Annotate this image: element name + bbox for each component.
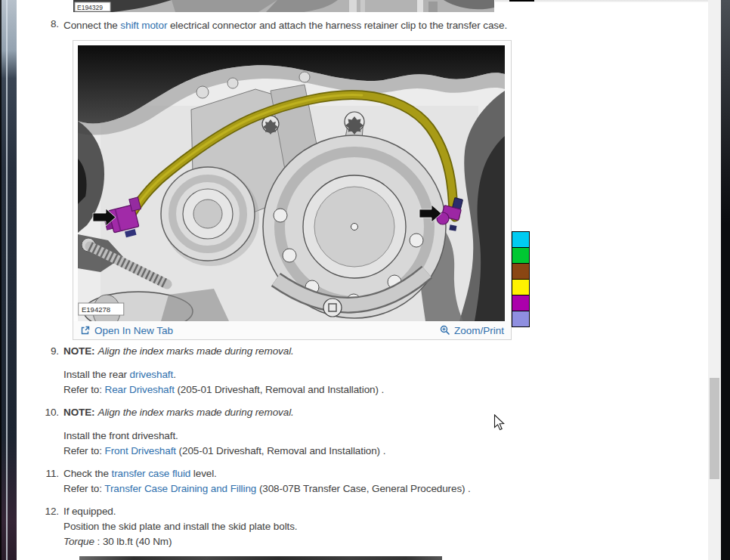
step-10: 10. NOTE:Align the index marks made duri…: [30, 405, 385, 459]
note-label: NOTE:: [63, 345, 95, 357]
color-swatch-lavender[interactable]: [512, 311, 530, 327]
step-number: 12.: [30, 504, 59, 519]
torque-label: Torque: [63, 536, 97, 547]
zoom-print-label: Zoom/Print: [454, 325, 504, 336]
step-number: 11.: [30, 466, 59, 481]
step-text: Connect the shift motor electrical conne…: [63, 18, 507, 33]
previous-swatch-bottom-edge: [509, 0, 534, 2]
refer-line: Refer to: Front Driveshaft (205-01 Drive…: [30, 444, 385, 459]
text-run: Check the: [63, 468, 112, 479]
note-line: 10. NOTE:Align the index marks made duri…: [30, 405, 385, 420]
left-edge-highlight-line: [6, 0, 8, 560]
mouse-cursor: [493, 414, 506, 435]
transfer-case-draining-link[interactable]: Transfer Case Draining and Filling: [104, 483, 256, 494]
step-8: 8. Connect the shift motor electrical co…: [30, 18, 507, 33]
open-in-new-tab-icon: [80, 325, 91, 336]
instruction-line: 11. Check the transfer case fluid level.: [30, 466, 471, 481]
highlight-color-palette: [512, 232, 528, 327]
step-number: 9.: [30, 344, 59, 359]
text-run: Install the rear: [63, 369, 130, 380]
note-text: Align the index marks made during remova…: [98, 407, 294, 418]
front-driveshaft-link[interactable]: Front Driveshaft: [105, 445, 176, 456]
step-number: 10.: [30, 405, 59, 420]
figure-toolbar: Open In New Tab Zoom/Print: [73, 321, 511, 339]
vertical-scrollbar-thumb[interactable]: [710, 378, 719, 479]
color-swatch-yellow[interactable]: [512, 279, 530, 295]
text-run: Refer to:: [63, 445, 105, 456]
color-swatch-cyan[interactable]: [512, 231, 530, 248]
instruction-line: 12. If equipped.: [30, 504, 298, 519]
step-11: 11. Check the transfer case fluid level.…: [30, 466, 471, 497]
text-run: level.: [190, 468, 217, 479]
color-swatch-green[interactable]: [512, 247, 530, 264]
transfer-case-illustration: E194278: [78, 45, 505, 321]
text-run: Refer to:: [63, 384, 105, 395]
previous-step-figure-partial: E194329: [73, 0, 494, 12]
open-in-new-tab-label: Open In New Tab: [94, 325, 173, 336]
text-run: (308-07B Transfer Case, General Procedur…: [256, 483, 471, 494]
color-swatch-brown[interactable]: [512, 263, 530, 280]
figure-label: E194278: [82, 305, 110, 314]
step-text-run: electrical connector and attach the harn…: [167, 20, 507, 31]
instruction-line: Install the rear driveshaft.: [30, 367, 384, 382]
step-12: 12. If equipped. Position the skid plate…: [30, 504, 298, 549]
text-run: Refer to:: [63, 483, 104, 494]
text-run: (205-01 Driveshaft, Removal and Installa…: [176, 445, 385, 456]
instruction-line: Install the front driveshaft.: [30, 429, 385, 444]
note-label: NOTE:: [63, 407, 95, 418]
refer-line: Refer to: Rear Driveshaft (205-01 Drives…: [30, 382, 384, 398]
left-edge-dark-line: [0, 0, 2, 560]
zoom-print-button[interactable]: Zoom/Print: [440, 325, 504, 336]
transfer-case-fluid-link[interactable]: transfer case fluid: [112, 468, 191, 479]
text-run: .: [173, 369, 176, 380]
note-text: Align the index marks made during remova…: [98, 345, 294, 357]
torque-line: Torque : 30 lb.ft (40 Nm): [30, 534, 298, 549]
refer-line: Refer to: Transfer Case Draining and Fil…: [30, 481, 471, 497]
instruction-line: Position the skid plate and install the …: [30, 519, 298, 534]
text-run: If equipped.: [63, 504, 116, 519]
open-in-new-tab-button[interactable]: Open In New Tab: [80, 325, 173, 336]
previous-figure-image: E194329: [73, 0, 494, 12]
note-line: 9. NOTE:Align the index marks made durin…: [30, 344, 384, 359]
rear-driveshaft-link[interactable]: Rear Driveshaft: [105, 384, 175, 395]
driveshaft-link[interactable]: driveshaft: [130, 369, 174, 380]
zoom-icon: [440, 325, 450, 336]
step-text-run: Connect the: [63, 20, 120, 31]
vertical-scrollbar-track[interactable]: [708, 0, 721, 560]
figure-viewer: E194278 Open In New Tab Zoom/Prin: [73, 40, 512, 340]
torque-value: : 30 lb.ft (40 Nm): [97, 536, 172, 547]
left-window-edge: [0, 0, 17, 560]
color-swatch-magenta[interactable]: [512, 295, 530, 311]
step-9: 9. NOTE:Align the index marks made durin…: [30, 344, 384, 398]
next-step-figure-partial: [79, 556, 442, 560]
service-manual-page: E194329 8. Connect the shift motor elect…: [0, 0, 730, 560]
shift-motor-link[interactable]: shift motor: [120, 20, 167, 31]
previous-figure-label: E194329: [77, 4, 103, 11]
text-run: (205-01 Driveshaft, Removal and Installa…: [175, 384, 384, 395]
right-window-edge: [721, 0, 730, 560]
step-number: 8.: [30, 18, 59, 33]
